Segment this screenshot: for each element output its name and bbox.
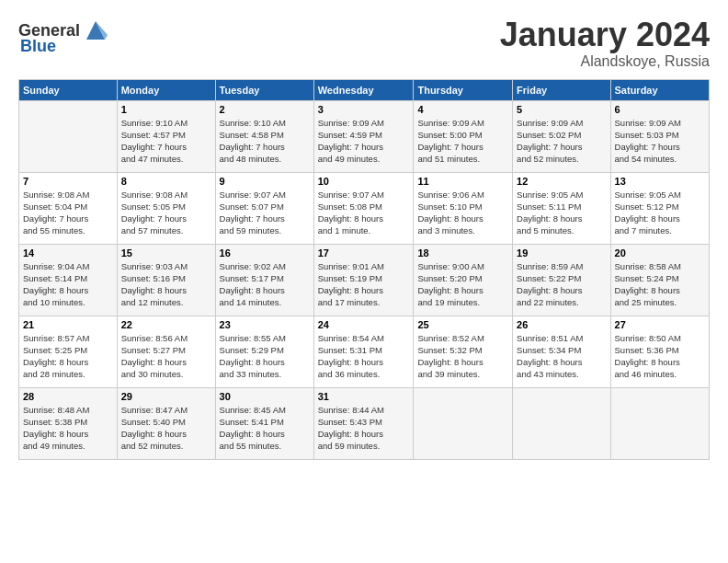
calendar-cell: 21Sunrise: 8:57 AM Sunset: 5:25 PM Dayli… — [19, 316, 118, 387]
location-title: Alandskoye, Russia — [500, 53, 710, 70]
calendar-cell: 10Sunrise: 9:07 AM Sunset: 5:08 PM Dayli… — [313, 172, 414, 244]
day-header-tuesday: Tuesday — [215, 79, 313, 100]
day-number: 22 — [121, 319, 211, 330]
calendar-cell: 20Sunrise: 8:58 AM Sunset: 5:24 PM Dayli… — [610, 244, 709, 316]
day-info: Sunrise: 9:04 AM Sunset: 5:14 PM Dayligh… — [23, 260, 113, 309]
calendar-cell: 26Sunrise: 8:51 AM Sunset: 5:34 PM Dayli… — [513, 316, 610, 387]
day-header-sunday: Sunday — [19, 79, 118, 100]
day-number: 21 — [23, 319, 113, 330]
day-info: Sunrise: 8:59 AM Sunset: 5:22 PM Dayligh… — [517, 260, 606, 309]
day-number: 19 — [517, 247, 606, 259]
calendar-cell: 3Sunrise: 9:09 AM Sunset: 4:59 PM Daylig… — [313, 100, 414, 172]
week-row-4: 21Sunrise: 8:57 AM Sunset: 5:25 PM Dayli… — [19, 316, 710, 387]
day-info: Sunrise: 8:52 AM Sunset: 5:32 PM Dayligh… — [417, 332, 508, 381]
day-info: Sunrise: 8:55 AM Sunset: 5:29 PM Dayligh… — [220, 332, 310, 381]
calendar-cell: 13Sunrise: 9:05 AM Sunset: 5:12 PM Dayli… — [610, 172, 709, 244]
day-number: 18 — [417, 247, 508, 259]
day-info: Sunrise: 9:00 AM Sunset: 5:20 PM Dayligh… — [417, 260, 508, 309]
day-info: Sunrise: 9:01 AM Sunset: 5:19 PM Dayligh… — [318, 260, 410, 309]
calendar-cell: 23Sunrise: 8:55 AM Sunset: 5:29 PM Dayli… — [215, 316, 313, 387]
calendar-cell: 31Sunrise: 8:44 AM Sunset: 5:43 PM Dayli… — [313, 387, 414, 459]
calendar-cell: 28Sunrise: 8:48 AM Sunset: 5:38 PM Dayli… — [19, 387, 118, 459]
month-title: January 2024 — [500, 17, 710, 53]
day-info: Sunrise: 8:56 AM Sunset: 5:27 PM Dayligh… — [121, 332, 211, 381]
day-header-thursday: Thursday — [414, 79, 513, 100]
logo-blue: Blue — [20, 37, 56, 56]
day-info: Sunrise: 9:09 AM Sunset: 5:00 PM Dayligh… — [417, 117, 508, 166]
day-info: Sunrise: 9:02 AM Sunset: 5:17 PM Dayligh… — [220, 260, 310, 309]
calendar-cell: 7Sunrise: 9:08 AM Sunset: 5:04 PM Daylig… — [19, 172, 118, 244]
week-row-3: 14Sunrise: 9:04 AM Sunset: 5:14 PM Dayli… — [19, 244, 710, 316]
day-info: Sunrise: 9:05 AM Sunset: 5:11 PM Dayligh… — [517, 189, 606, 237]
calendar-cell — [513, 387, 610, 459]
day-info: Sunrise: 9:09 AM Sunset: 4:59 PM Dayligh… — [318, 117, 410, 166]
calendar-cell: 24Sunrise: 8:54 AM Sunset: 5:31 PM Dayli… — [313, 316, 414, 387]
calendar-cell: 29Sunrise: 8:47 AM Sunset: 5:40 PM Dayli… — [117, 387, 215, 459]
day-info: Sunrise: 9:09 AM Sunset: 5:03 PM Dayligh… — [615, 117, 705, 166]
day-number: 23 — [220, 319, 310, 330]
day-number: 28 — [23, 391, 113, 402]
day-number: 4 — [417, 104, 508, 115]
calendar-cell: 8Sunrise: 9:08 AM Sunset: 5:05 PM Daylig… — [117, 172, 215, 244]
day-info: Sunrise: 8:57 AM Sunset: 5:25 PM Dayligh… — [23, 332, 113, 381]
days-header-row: SundayMondayTuesdayWednesdayThursdayFrid… — [19, 79, 710, 100]
day-number: 26 — [517, 319, 606, 330]
header: General Blue January 2024 Alandskoye, Ru… — [18, 17, 710, 70]
day-header-wednesday: Wednesday — [313, 79, 414, 100]
calendar-cell: 9Sunrise: 9:07 AM Sunset: 5:07 PM Daylig… — [215, 172, 313, 244]
week-row-5: 28Sunrise: 8:48 AM Sunset: 5:38 PM Dayli… — [19, 387, 710, 459]
calendar-cell: 17Sunrise: 9:01 AM Sunset: 5:19 PM Dayli… — [313, 244, 414, 316]
day-number: 17 — [318, 247, 410, 259]
calendar-cell: 15Sunrise: 9:03 AM Sunset: 5:16 PM Dayli… — [117, 244, 215, 316]
day-number: 14 — [23, 247, 113, 259]
day-info: Sunrise: 9:08 AM Sunset: 5:04 PM Dayligh… — [23, 189, 113, 237]
day-info: Sunrise: 8:44 AM Sunset: 5:43 PM Dayligh… — [318, 404, 410, 453]
day-number: 1 — [121, 104, 211, 115]
title-block: January 2024 Alandskoye, Russia — [500, 17, 710, 70]
day-info: Sunrise: 8:51 AM Sunset: 5:34 PM Dayligh… — [517, 332, 606, 381]
day-info: Sunrise: 9:09 AM Sunset: 5:02 PM Dayligh… — [517, 117, 606, 166]
day-info: Sunrise: 8:58 AM Sunset: 5:24 PM Dayligh… — [615, 260, 705, 309]
day-number: 11 — [417, 176, 508, 187]
logo-icon — [82, 17, 109, 44]
day-number: 30 — [220, 391, 310, 402]
calendar-cell: 19Sunrise: 8:59 AM Sunset: 5:22 PM Dayli… — [513, 244, 610, 316]
day-number: 6 — [615, 104, 705, 115]
calendar-cell: 12Sunrise: 9:05 AM Sunset: 5:11 PM Dayli… — [513, 172, 610, 244]
day-number: 15 — [121, 247, 211, 259]
day-info: Sunrise: 8:48 AM Sunset: 5:38 PM Dayligh… — [23, 404, 113, 453]
day-number: 8 — [121, 176, 211, 187]
logo: General Blue — [18, 17, 109, 56]
calendar-cell: 2Sunrise: 9:10 AM Sunset: 4:58 PM Daylig… — [215, 100, 313, 172]
day-number: 12 — [517, 176, 606, 187]
day-number: 5 — [517, 104, 606, 115]
day-number: 13 — [615, 176, 705, 187]
day-number: 25 — [417, 319, 508, 330]
day-number: 27 — [615, 319, 705, 330]
day-info: Sunrise: 8:50 AM Sunset: 5:36 PM Dayligh… — [615, 332, 705, 381]
day-info: Sunrise: 9:07 AM Sunset: 5:07 PM Dayligh… — [220, 189, 310, 237]
calendar-cell — [610, 387, 709, 459]
calendar-cell: 4Sunrise: 9:09 AM Sunset: 5:00 PM Daylig… — [414, 100, 513, 172]
day-number: 2 — [220, 104, 310, 115]
day-info: Sunrise: 9:08 AM Sunset: 5:05 PM Dayligh… — [121, 189, 211, 237]
calendar-cell — [414, 387, 513, 459]
day-info: Sunrise: 8:45 AM Sunset: 5:41 PM Dayligh… — [220, 404, 310, 453]
day-info: Sunrise: 9:07 AM Sunset: 5:08 PM Dayligh… — [318, 189, 410, 237]
day-number: 31 — [318, 391, 410, 402]
week-row-1: 1Sunrise: 9:10 AM Sunset: 4:57 PM Daylig… — [19, 100, 710, 172]
day-info: Sunrise: 9:10 AM Sunset: 4:58 PM Dayligh… — [220, 117, 310, 166]
calendar-cell: 16Sunrise: 9:02 AM Sunset: 5:17 PM Dayli… — [215, 244, 313, 316]
calendar-cell: 30Sunrise: 8:45 AM Sunset: 5:41 PM Dayli… — [215, 387, 313, 459]
day-info: Sunrise: 8:47 AM Sunset: 5:40 PM Dayligh… — [121, 404, 211, 453]
day-header-monday: Monday — [117, 79, 215, 100]
day-info: Sunrise: 8:54 AM Sunset: 5:31 PM Dayligh… — [318, 332, 410, 381]
day-number: 9 — [220, 176, 310, 187]
calendar-cell: 27Sunrise: 8:50 AM Sunset: 5:36 PM Dayli… — [610, 316, 709, 387]
calendar-table: SundayMondayTuesdayWednesdayThursdayFrid… — [18, 79, 710, 460]
day-info: Sunrise: 9:05 AM Sunset: 5:12 PM Dayligh… — [615, 189, 705, 237]
calendar-cell: 5Sunrise: 9:09 AM Sunset: 5:02 PM Daylig… — [513, 100, 610, 172]
day-info: Sunrise: 9:06 AM Sunset: 5:10 PM Dayligh… — [417, 189, 508, 237]
day-number: 24 — [318, 319, 410, 330]
calendar-cell — [19, 100, 118, 172]
